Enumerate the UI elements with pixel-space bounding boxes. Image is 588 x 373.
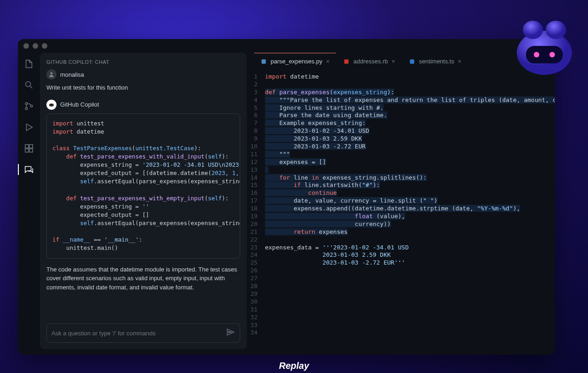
tab-sentiments[interactable]: sentiments.ts × — [402, 53, 468, 69]
svg-rect-4 — [25, 145, 28, 148]
window-close-dot[interactable] — [23, 43, 29, 49]
ts-file-icon — [409, 58, 415, 65]
bot-message: GitHub Copilot import unittest import da… — [46, 100, 240, 292]
suggested-code-block[interactable]: import unittest import datetime class Te… — [46, 113, 240, 259]
svg-point-2 — [25, 107, 28, 110]
user-prompt-text: Write unit tests for this function — [46, 83, 240, 92]
svg-rect-7 — [29, 149, 33, 152]
svg-point-1 — [25, 102, 28, 105]
close-icon[interactable]: × — [326, 58, 330, 65]
bot-explanation: The code assumes that the datetime modul… — [46, 265, 240, 292]
tab-bar: parse_expenses.py × addresses.rb × senti… — [250, 53, 555, 69]
copilot-mascot-icon — [510, 14, 579, 78]
tab-parse-expenses[interactable]: parse_expenses.py × — [254, 53, 336, 69]
titlebar — [18, 39, 555, 53]
svg-rect-9 — [49, 103, 53, 106]
svg-rect-5 — [29, 145, 33, 148]
chat-panel: GITHUB COPILOT: CHAT monalisa Write unit… — [40, 53, 247, 349]
chat-icon[interactable] — [23, 163, 35, 176]
run-debug-icon[interactable] — [23, 121, 35, 134]
copilot-avatar-icon — [46, 100, 57, 110]
tab-label: sentiments.ts — [419, 58, 454, 65]
code-editor[interactable]: 1 2 3 4 5 6 7 8 9 10 11 12 13 14 15 16 1… — [250, 69, 555, 349]
svg-point-20 — [549, 52, 555, 57]
chat-input[interactable] — [51, 330, 226, 337]
window-max-dot[interactable] — [42, 43, 47, 49]
tab-label: addresses.rb — [353, 58, 388, 65]
svg-point-19 — [534, 52, 539, 57]
svg-point-10 — [50, 104, 51, 105]
tab-label: parse_expenses.py — [271, 58, 322, 65]
search-icon[interactable] — [23, 79, 35, 91]
close-icon[interactable]: × — [392, 58, 396, 65]
svg-rect-13 — [345, 59, 349, 63]
svg-rect-14 — [410, 59, 414, 63]
ruby-file-icon — [343, 58, 350, 65]
svg-point-16 — [523, 21, 543, 39]
close-icon[interactable]: × — [458, 58, 462, 65]
replay-button[interactable]: Replay — [0, 359, 588, 373]
svg-point-11 — [52, 104, 53, 105]
user-name: monalisa — [60, 71, 84, 78]
user-avatar — [46, 69, 57, 79]
editor-window: GITHUB COPILOT: CHAT monalisa Write unit… — [18, 39, 555, 355]
svg-point-3 — [30, 105, 33, 107]
activity-bar — [18, 53, 40, 355]
extensions-icon[interactable] — [23, 142, 35, 155]
files-icon[interactable] — [23, 57, 35, 70]
svg-rect-12 — [261, 59, 266, 63]
bot-name: GitHub Copilot — [60, 101, 99, 108]
svg-point-0 — [26, 82, 31, 87]
window-min-dot[interactable] — [33, 43, 38, 49]
svg-point-17 — [546, 21, 566, 39]
code-content[interactable]: import datetime def parse_expenses(expen… — [265, 73, 555, 349]
editor-area: parse_expenses.py × addresses.rb × senti… — [250, 53, 555, 349]
chat-input-row — [46, 323, 240, 343]
user-message: monalisa Write unit tests for this funct… — [46, 69, 240, 92]
line-gutter: 1 2 3 4 5 6 7 8 9 10 11 12 13 14 15 16 1… — [250, 73, 265, 349]
tab-addresses[interactable]: addresses.rb × — [337, 53, 401, 69]
send-icon[interactable] — [226, 328, 235, 339]
svg-rect-18 — [526, 46, 563, 63]
svg-point-8 — [51, 72, 53, 74]
python-file-icon — [260, 58, 267, 65]
svg-rect-6 — [25, 149, 28, 152]
source-control-icon[interactable] — [23, 100, 35, 113]
chat-panel-title: GITHUB COPILOT: CHAT — [46, 59, 240, 65]
